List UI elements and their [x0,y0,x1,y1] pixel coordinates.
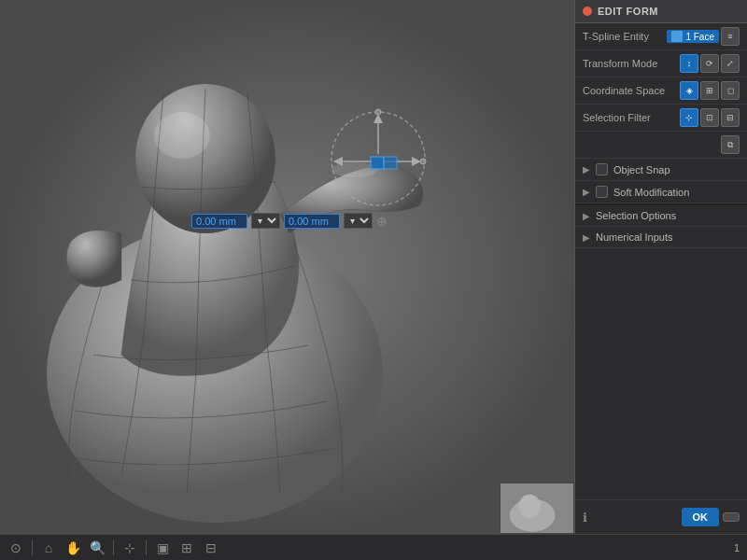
zoom-icon[interactable]: 🔍 [89,539,106,556]
thumbnail-preview [500,483,574,534]
tspline-entity-row: T-Spline Entity 1 Face ≡ [575,23,747,50]
soft-mod-arrow: ▶ [583,187,590,197]
coordinate-input-bar: ▾ ▾ ⊕ [0,213,579,229]
3d-viewport[interactable]: ▾ ▾ ⊕ [0,0,579,537]
filter-btn-2[interactable]: ⊡ [700,108,719,127]
selection-options-label: Selection Options [596,210,676,221]
selection-filter-label: Selection Filter [583,112,676,123]
edit-form-panel: EDIT FORM T-Spline Entity 1 Face ≡ Trans… [574,0,747,560]
numerical-inputs-arrow: ▶ [583,232,590,243]
orbit-icon[interactable]: ⊙ [7,539,24,556]
svg-point-18 [519,495,541,518]
toolbar-separator-1 [32,540,33,555]
tspline-entity-label: T-Spline Entity [583,31,663,42]
y-coord-value[interactable] [289,216,335,227]
cursor-icon[interactable]: ⊹ [121,539,138,556]
face-icon [671,31,683,42]
header-dot [583,7,592,16]
unit-dropdown[interactable]: ▾ [251,213,280,229]
transform-scale-btn[interactable]: ⤢ [721,54,740,73]
toolbar-separator-2 [113,540,114,555]
grid-icon[interactable]: ⊞ [178,539,195,556]
coordinate-space-label: Coordinate Space [583,85,676,96]
svg-point-4 [331,162,378,177]
soft-mod-label: Soft Modification [613,187,689,198]
face-badge[interactable]: 1 Face [667,30,719,43]
transform-mode-label: Transform Mode [583,58,676,69]
pan-icon[interactable]: ✋ [64,539,81,556]
filter-btn-1[interactable]: ⊹ [680,108,698,127]
toolbar-separator-3 [146,540,147,555]
transform-mode-row: Transform Mode ↕ ⟳ ⤢ [575,50,747,77]
display-icon[interactable]: ▣ [154,539,171,556]
tspline-extra-btn[interactable]: ≡ [721,27,740,46]
coord-view-btn[interactable]: ◻ [721,81,740,100]
coordinate-space-row: Coordinate Space ◈ ⊞ ◻ [575,77,747,105]
coord-local-btn[interactable]: ◈ [680,81,698,100]
panel-title: EDIT FORM [598,6,658,17]
numerical-inputs-section[interactable]: ▶ Numerical Inputs [575,227,747,248]
home-icon[interactable]: ⌂ [40,539,57,556]
x-coord-value[interactable] [196,216,243,227]
object-snap-label: Object Snap [613,164,670,175]
transform-move-btn[interactable]: ↕ [680,54,698,73]
y-coord-input[interactable] [284,214,340,229]
transform-mode-controls: ↕ ⟳ ⤢ [680,54,740,73]
svg-point-2 [135,84,275,233]
filter-btn-3[interactable]: ⊟ [721,108,740,127]
object-snap-arrow: ▶ [583,164,590,175]
extra-icon-row: ⧉ [575,132,747,159]
coordinate-space-controls: ◈ ⊞ ◻ [680,81,740,100]
object-snap-checkbox[interactable] [596,163,608,175]
snap-icon[interactable]: ⊟ [203,539,219,556]
svg-point-3 [154,112,210,159]
face-count: 1 Face [685,32,714,42]
selection-filter-row: Selection Filter ⊹ ⊡ ⊟ [575,105,747,132]
selection-filter-controls: ⊹ ⊡ ⊟ [680,108,740,127]
soft-mod-checkbox[interactable] [596,186,608,198]
action-buttons-row: ℹ OK [575,499,747,534]
soft-modification-section[interactable]: ▶ Soft Modification [575,181,747,203]
coord-world-btn[interactable]: ⊞ [700,81,719,100]
cancel-button[interactable] [723,512,740,522]
extra-icon-btn[interactable]: ⧉ [721,135,740,154]
page-number: 1 [734,542,740,553]
info-icon[interactable]: ℹ [583,511,587,525]
ok-button[interactable]: OK [682,508,720,526]
coord-separator-icon: ⊕ [376,214,388,229]
panel-header: EDIT FORM [575,0,747,23]
x-coord-input[interactable] [191,214,247,229]
selection-options-section[interactable]: ▶ Selection Options [575,205,747,227]
tspline-entity-controls: 1 Face ≡ [667,27,740,46]
bottom-toolbar: ⊙ ⌂ ✋ 🔍 ⊹ ▣ ⊞ ⊟ 1 [0,534,747,560]
object-snap-section[interactable]: ▶ Object Snap [575,159,747,181]
unit-dropdown-2[interactable]: ▾ [344,213,373,229]
numerical-inputs-label: Numerical Inputs [596,231,673,243]
selection-options-arrow: ▶ [583,211,590,221]
transform-rotate-btn[interactable]: ⟳ [700,54,719,73]
